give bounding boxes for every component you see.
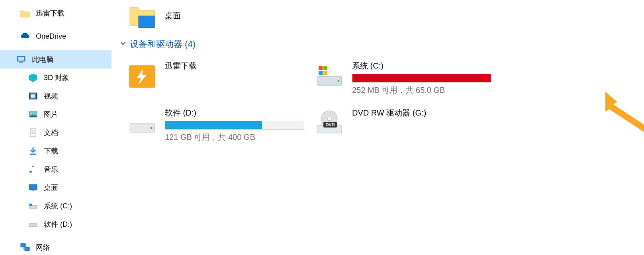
svg-point-10 [31,113,32,114]
svg-point-40 [327,117,331,121]
drive-icon [28,201,38,211]
svg-rect-33 [323,66,327,70]
downloads-icon [28,146,38,156]
drive-usage-text: 121 GB 可用，共 400 GB [165,132,304,143]
svg-point-23 [35,225,36,226]
sidebar-item-videos[interactable]: 视频 [0,87,112,105]
sidebar-item-drive-d[interactable]: 软件 (D:) [0,215,112,233]
folder-icon [20,8,30,18]
grid-item-drive-d[interactable]: 软件 (D:) 121 GB 可用，共 400 GB [127,108,310,143]
grid-item-title: 系统 (C:) [352,61,491,71]
sidebar-item-label: 文档 [44,128,58,137]
os-drive-icon [314,61,345,92]
drive-icon [28,219,38,230]
drive-usage-bar [165,121,304,129]
sidebar-item-label: 迅雷下载 [36,8,65,18]
grid-item-title: 软件 (D:) [165,108,304,118]
drive-usage-text: 252 MB 可用，共 65.0 GB [352,85,491,96]
sidebar-item-label: 软件 (D:) [44,220,72,229]
sidebar-item-label: 图片 [44,110,58,119]
sidebar-item-label: 视频 [44,91,58,101]
svg-rect-18 [31,190,35,191]
grid-item-title: DVD RW 驱动器 (G:) [352,108,426,118]
svg-rect-24 [21,243,25,247]
sidebar-item-pictures[interactable]: 图片 [0,105,112,124]
grid-item-drive-c[interactable]: 系统 (C:) 252 MB 可用，共 65.0 GB [314,61,497,96]
content-area: 桌面 设备和驱动器 (4) 迅雷下载 [112,0,644,255]
videos-icon [28,91,38,101]
this-pc-icon [16,54,26,65]
grid-item-title: 迅雷下载 [165,61,197,71]
svg-rect-34 [319,71,323,75]
svg-rect-21 [29,204,32,206]
sidebar-item-3d-objects[interactable]: 3D 对象 [0,69,112,87]
sidebar-item-label: OneDrive [36,32,66,41]
sidebar-item-music[interactable]: 音乐 [0,160,112,178]
sidebar-item-label: 3D 对象 [44,73,69,82]
documents-icon [28,128,38,138]
sidebar-item-label: 音乐 [44,165,58,174]
svg-rect-12 [30,129,36,137]
svg-rect-28 [139,16,155,28]
sidebar-item-label: 下载 [44,146,58,156]
grid-item-thunder-download[interactable]: 迅雷下载 [127,61,310,96]
dvd-drive-icon: DVD [314,108,345,139]
svg-point-31 [338,80,340,82]
sidebar-item-network[interactable]: 网络 [0,238,112,255]
section-header-label: 设备和驱动器 (4) [130,38,196,50]
3d-objects-icon [28,73,38,83]
network-icon [20,242,30,253]
sidebar-item-desktop[interactable]: 桌面 [0,178,112,197]
svg-rect-35 [323,71,327,75]
chevron-down-icon [119,39,127,49]
svg-rect-2 [20,62,23,63]
grid-item-dvd-drive[interactable]: DVD DVD RW 驱动器 (G:) [314,108,497,143]
sidebar-nav: 迅雷下载 OneDrive 此电脑 3D 对象 视频 图片 [0,0,112,255]
sidebar-item-thunder-download[interactable]: 迅雷下载 [0,4,112,22]
sidebar-item-downloads[interactable]: 下载 [0,142,112,160]
onedrive-icon [20,31,30,41]
svg-rect-17 [29,184,37,190]
sidebar-item-label: 系统 (C:) [44,201,72,211]
sidebar-item-documents[interactable]: 文档 [0,124,112,142]
svg-rect-6 [29,93,30,99]
svg-rect-1 [18,57,24,61]
sidebar-item-drive-c[interactable]: 系统 (C:) [0,197,112,215]
music-icon [28,164,38,175]
drive-usage-bar [352,74,491,82]
svg-rect-8 [31,94,35,98]
section-header-devices[interactable]: 设备和驱动器 (4) [119,38,644,50]
folder-item-desktop[interactable]: 桌面 [127,0,644,31]
thunder-folder-icon [127,61,158,92]
svg-rect-7 [36,93,37,99]
pictures-icon [28,109,38,120]
drive-icon [127,108,158,139]
folder-desktop-icon [127,0,158,31]
svg-rect-32 [319,66,323,70]
desktop-icon [28,182,38,193]
sidebar-item-label: 桌面 [44,183,58,192]
sidebar-item-label: 此电脑 [32,55,53,64]
sidebar-item-label: 网络 [36,243,50,252]
svg-point-20 [35,206,36,207]
sidebar-item-this-pc[interactable]: 此电脑 [0,50,112,69]
svg-point-37 [151,127,153,129]
folder-label: 桌面 [165,10,181,21]
svg-text:DVD: DVD [325,122,335,127]
sidebar-item-onedrive[interactable]: OneDrive [0,27,112,45]
